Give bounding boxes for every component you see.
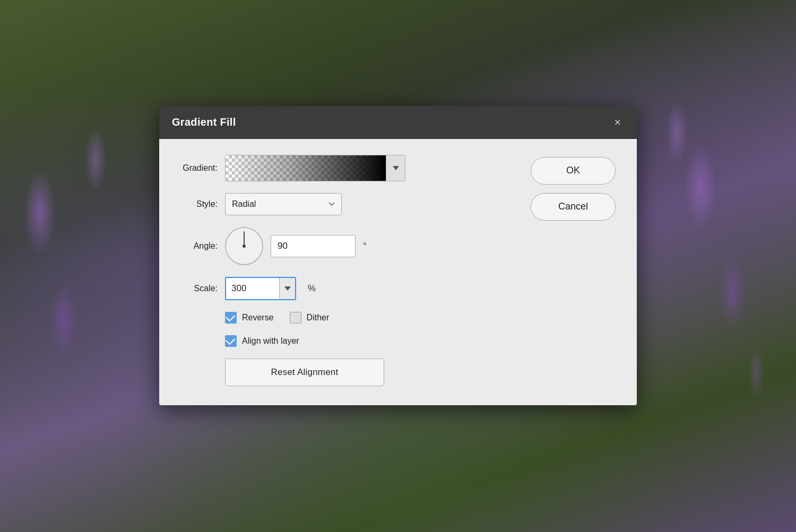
- scale-row: Scale: %: [180, 277, 515, 300]
- chevron-down-icon: [284, 286, 291, 291]
- chevron-down-icon: [393, 166, 399, 170]
- angle-dial[interactable]: [225, 227, 263, 265]
- checkbox-group-reverse-dither: Reverse Dither: [180, 312, 515, 324]
- dial-dot: [243, 245, 246, 248]
- gradient-row: Gradient:: [180, 155, 515, 181]
- scale-label: Scale:: [180, 284, 218, 293]
- align-label: Align with layer: [242, 336, 299, 346]
- cancel-button[interactable]: Cancel: [531, 193, 616, 221]
- style-select[interactable]: Linear Radial Angle Reflected Diamond: [225, 193, 342, 215]
- dither-checkbox[interactable]: [290, 312, 301, 324]
- align-row: Align with layer: [180, 335, 515, 347]
- gradient-fill-dialog: Gradient Fill × Gradient:: [159, 106, 637, 405]
- gradient-picker[interactable]: [225, 155, 405, 181]
- form-section: Gradient: Style: Lin: [180, 155, 515, 386]
- reverse-label: Reverse: [242, 313, 274, 322]
- dial-hand: [244, 231, 245, 246]
- reset-alignment-button[interactable]: Reset Alignment: [225, 359, 384, 386]
- dither-label: Dither: [307, 313, 330, 322]
- reverse-checkbox-item[interactable]: Reverse: [225, 312, 274, 324]
- scale-input[interactable]: [226, 278, 279, 299]
- degree-symbol: °: [363, 241, 367, 251]
- align-checkbox-item[interactable]: Align with layer: [225, 335, 299, 347]
- close-button[interactable]: ×: [611, 116, 624, 129]
- scale-input-wrapper: [225, 277, 296, 300]
- angle-input[interactable]: [271, 235, 356, 257]
- angle-row: Angle: °: [180, 227, 515, 265]
- angle-label: Angle:: [180, 241, 218, 251]
- gradient-dropdown-button[interactable]: [386, 155, 405, 181]
- dialog-body: Gradient: Style: Lin: [159, 139, 637, 405]
- dialog-wrapper: Gradient Fill × Gradient:: [159, 106, 637, 405]
- percent-symbol: %: [308, 283, 316, 294]
- align-checkbox[interactable]: [225, 335, 237, 347]
- dither-checkbox-item[interactable]: Dither: [290, 312, 330, 324]
- style-label: Style:: [180, 199, 218, 209]
- dialog-title: Gradient Fill: [172, 116, 236, 128]
- reverse-checkbox[interactable]: [225, 312, 237, 324]
- button-section: OK Cancel: [531, 155, 616, 386]
- gradient-label: Gradient:: [180, 163, 218, 173]
- gradient-preview: [226, 155, 386, 181]
- style-row: Style: Linear Radial Angle Reflected Dia…: [180, 193, 515, 215]
- scale-dropdown-button[interactable]: [279, 278, 295, 299]
- dialog-titlebar: Gradient Fill ×: [159, 106, 637, 139]
- reset-alignment-wrapper: Reset Alignment: [180, 359, 515, 386]
- gradient-overlay: [226, 155, 386, 181]
- ok-button[interactable]: OK: [531, 157, 616, 185]
